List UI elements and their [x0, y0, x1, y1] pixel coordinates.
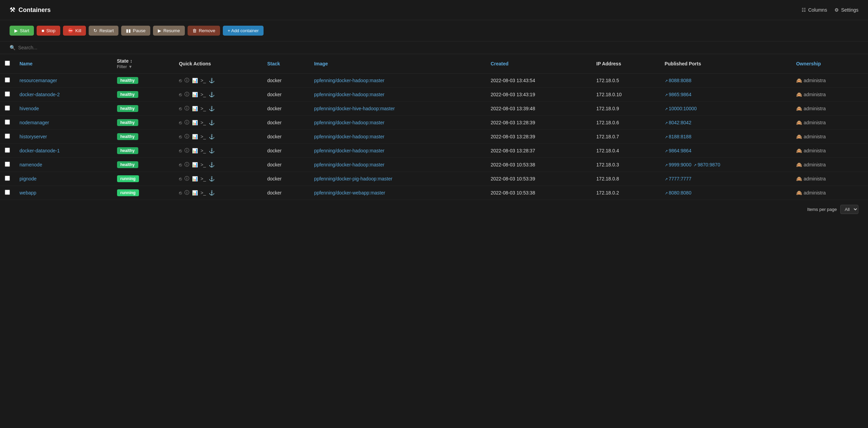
- row-image[interactable]: ppfenning/docker-hadoop:master: [309, 116, 486, 130]
- info-icon[interactable]: ⓘ: [184, 190, 189, 196]
- row-checkbox[interactable]: [5, 176, 10, 181]
- remove-button[interactable]: 🗑 Remove: [188, 26, 220, 36]
- kill-button[interactable]: ⛔ Kill: [63, 26, 86, 36]
- info-icon[interactable]: ⓘ: [184, 148, 189, 154]
- file-icon[interactable]: ⎋: [179, 190, 182, 196]
- terminal-icon[interactable]: >_: [201, 120, 206, 125]
- row-name[interactable]: pignode: [15, 172, 112, 186]
- row-checkbox[interactable]: [5, 190, 10, 195]
- add-container-button[interactable]: + Add container: [223, 26, 264, 36]
- terminal-icon[interactable]: >_: [201, 78, 206, 83]
- stats-icon[interactable]: 📊: [192, 190, 198, 196]
- row-checkbox[interactable]: [5, 148, 10, 153]
- info-icon[interactable]: ⓘ: [184, 105, 189, 112]
- row-image[interactable]: ppfenning/docker-pig-hadoop:master: [309, 172, 486, 186]
- row-checkbox-cell[interactable]: [0, 74, 15, 88]
- row-checkbox[interactable]: [5, 134, 10, 139]
- file-icon[interactable]: ⎋: [179, 120, 182, 125]
- stats-icon[interactable]: 📊: [192, 148, 198, 153]
- port-link[interactable]: 10000:10000: [665, 106, 697, 111]
- stats-icon[interactable]: 📊: [192, 176, 198, 181]
- terminal-icon[interactable]: >_: [201, 106, 206, 111]
- terminal-icon[interactable]: >_: [201, 176, 206, 181]
- info-icon[interactable]: ⓘ: [184, 176, 189, 182]
- info-icon[interactable]: ⓘ: [184, 77, 189, 84]
- row-image[interactable]: ppfenning/docker-hadoop:master: [309, 144, 486, 158]
- columns-button[interactable]: ☷ Columns: [802, 7, 827, 13]
- row-name[interactable]: webapp: [15, 186, 112, 200]
- col-created[interactable]: Created: [486, 54, 591, 74]
- row-checkbox-cell[interactable]: [0, 102, 15, 116]
- row-checkbox[interactable]: [5, 105, 10, 111]
- terminal-icon[interactable]: >_: [201, 148, 206, 153]
- row-image[interactable]: ppfenning/docker-hive-hadoop:master: [309, 102, 486, 116]
- info-icon[interactable]: ⓘ: [184, 119, 189, 126]
- row-name[interactable]: hivenode: [15, 102, 112, 116]
- row-checkbox-cell[interactable]: [0, 130, 15, 144]
- info-icon[interactable]: ⓘ: [184, 91, 189, 98]
- port-link[interactable]: 9865:9864: [665, 92, 691, 97]
- file-icon[interactable]: ⎋: [179, 106, 182, 111]
- terminal-icon[interactable]: >_: [201, 134, 206, 139]
- row-checkbox-cell[interactable]: [0, 116, 15, 130]
- row-checkbox-cell[interactable]: [0, 186, 15, 200]
- row-checkbox-cell[interactable]: [0, 88, 15, 102]
- row-name[interactable]: docker-datanode-2: [15, 88, 112, 102]
- col-stack[interactable]: Stack: [263, 54, 309, 74]
- search-input[interactable]: [18, 45, 121, 50]
- info-icon[interactable]: ⓘ: [184, 162, 189, 168]
- port-link[interactable]: 8188:8188: [665, 134, 691, 139]
- row-checkbox[interactable]: [5, 91, 10, 97]
- stats-icon[interactable]: 📊: [192, 120, 198, 125]
- stats-icon[interactable]: 📊: [192, 106, 198, 111]
- stats-icon[interactable]: 📊: [192, 162, 198, 167]
- port-link[interactable]: 7777:7777: [665, 176, 691, 181]
- row-name[interactable]: namenode: [15, 158, 112, 172]
- restart-button[interactable]: ↻ Restart: [89, 26, 118, 36]
- row-image[interactable]: ppfenning/docker-hadoop:master: [309, 74, 486, 88]
- row-checkbox-cell[interactable]: [0, 144, 15, 158]
- terminal-icon[interactable]: >_: [201, 190, 206, 196]
- port-link[interactable]: 8080:8080: [665, 190, 691, 196]
- resume-button[interactable]: ▶ Resume: [153, 26, 184, 36]
- anchor-icon[interactable]: ⚓: [209, 162, 215, 167]
- row-image[interactable]: ppfenning/docker-hadoop:master: [309, 130, 486, 144]
- row-name[interactable]: docker-datanode-1: [15, 144, 112, 158]
- row-checkbox[interactable]: [5, 162, 10, 167]
- row-checkbox-cell[interactable]: [0, 158, 15, 172]
- anchor-icon[interactable]: ⚓: [209, 92, 215, 97]
- row-checkbox-cell[interactable]: [0, 172, 15, 186]
- port-link[interactable]: 8088:8088: [665, 78, 691, 83]
- items-per-page-select[interactable]: All102550: [840, 205, 858, 214]
- pause-button[interactable]: ▮▮ Pause: [121, 26, 150, 36]
- row-name[interactable]: nodemanager: [15, 116, 112, 130]
- file-icon[interactable]: ⎋: [179, 92, 182, 97]
- stats-icon[interactable]: 📊: [192, 134, 198, 139]
- stats-icon[interactable]: 📊: [192, 92, 198, 97]
- port-link[interactable]: 9864:9864: [665, 148, 691, 153]
- port-link[interactable]: 8042:8042: [665, 120, 691, 125]
- start-button[interactable]: ▶ Start: [10, 26, 34, 36]
- row-checkbox[interactable]: [5, 77, 10, 83]
- stats-icon[interactable]: 📊: [192, 78, 198, 83]
- anchor-icon[interactable]: ⚓: [209, 148, 215, 153]
- anchor-icon[interactable]: ⚓: [209, 190, 215, 196]
- file-icon[interactable]: ⎋: [179, 148, 182, 153]
- row-name[interactable]: resourcemanager: [15, 74, 112, 88]
- port-link[interactable]: 9999:9000: [665, 162, 691, 167]
- col-state[interactable]: State ↕ Filter ▼: [112, 54, 174, 74]
- row-name[interactable]: historyserver: [15, 130, 112, 144]
- anchor-icon[interactable]: ⚓: [209, 134, 215, 139]
- row-image[interactable]: ppfenning/docker-hadoop:master: [309, 158, 486, 172]
- anchor-icon[interactable]: ⚓: [209, 176, 215, 181]
- port-link[interactable]: 9870:9870: [693, 162, 720, 167]
- col-image[interactable]: Image: [309, 54, 486, 74]
- row-checkbox[interactable]: [5, 119, 10, 125]
- select-all-checkbox[interactable]: [5, 61, 10, 66]
- file-icon[interactable]: ⎋: [179, 176, 182, 181]
- select-all-cell[interactable]: [0, 54, 15, 74]
- anchor-icon[interactable]: ⚓: [209, 120, 215, 125]
- row-image[interactable]: ppfenning/docker-webapp:master: [309, 186, 486, 200]
- stop-button[interactable]: ■ Stop: [37, 26, 60, 36]
- anchor-icon[interactable]: ⚓: [209, 106, 215, 111]
